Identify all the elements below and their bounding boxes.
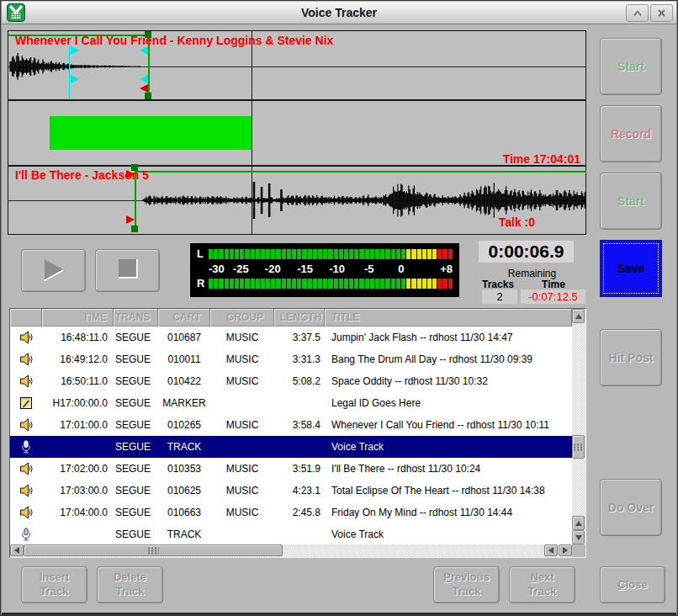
delete-track-button[interactable]: Delete Track xyxy=(97,566,163,603)
scroll-up-button2[interactable] xyxy=(572,516,585,530)
meter-right-label: R xyxy=(197,278,209,289)
meter-scale-label: -25 xyxy=(233,263,249,275)
meter-scale-label: -30 xyxy=(209,263,225,275)
scroll-left-button2[interactable] xyxy=(544,544,558,556)
meter-segment xyxy=(437,249,442,259)
stop-button[interactable] xyxy=(95,249,160,292)
scroll-right-button[interactable] xyxy=(559,544,572,556)
log-header-cart[interactable]: CART xyxy=(158,309,210,327)
play-button[interactable] xyxy=(21,249,86,292)
fade-marker-arrow[interactable] xyxy=(140,75,148,83)
voice-track-block[interactable] xyxy=(50,116,252,150)
log-header-group[interactable]: GROUP xyxy=(210,309,274,327)
meter-segment xyxy=(359,249,363,259)
start-track3-button[interactable]: Start xyxy=(600,173,662,230)
cell-length: 4:23.1 xyxy=(274,485,325,497)
log-row[interactable]: 17:01:00.0SEGUE010265MUSIC3:58.4Whenever… xyxy=(10,414,572,436)
meter-segment xyxy=(432,279,437,289)
cell-time: 17:02:00.0 xyxy=(42,463,114,475)
cell-cart: 010625 xyxy=(158,485,210,497)
meter-segment xyxy=(432,249,437,259)
meter-segment xyxy=(240,279,244,289)
meter-segment xyxy=(401,279,405,289)
scroll-down-button[interactable] xyxy=(572,530,585,544)
horizontal-scroll-thumb[interactable] xyxy=(24,544,283,556)
log-header-icon-col[interactable] xyxy=(10,309,42,327)
log-row[interactable]: 16:48:11.0SEGUE010687MUSIC3:37.5Jumpin' … xyxy=(10,327,572,348)
cell-length: 5:08.2 xyxy=(274,375,325,387)
meter-bar-right xyxy=(209,279,453,289)
meter-segment xyxy=(219,249,223,259)
meter-segment xyxy=(292,279,296,289)
insert-track-button[interactable]: Insert Track xyxy=(21,566,87,603)
audio-level-meter: L -30-25-20-15-10-50+8 R xyxy=(190,243,459,297)
log-header-title[interactable]: TITLE xyxy=(325,309,572,327)
meter-scale-label: 0 xyxy=(398,263,404,275)
cell-group: MUSIC xyxy=(210,419,274,431)
log-row[interactable]: 17:02:00.0SEGUE010353MUSIC3:51.9I'll Be … xyxy=(10,458,572,480)
hit-post-button[interactable]: Hit Post xyxy=(600,329,662,386)
cell-title: Total Eclipse Of The Heart -- rdhost 11/… xyxy=(325,485,572,497)
waveform-display[interactable]: Whenever I Call You Friend - Kenny Loggi… xyxy=(8,30,586,235)
meter-segment xyxy=(448,279,453,289)
speaker-icon xyxy=(10,506,42,519)
voice-tracker-window: Voice Tracker Whenever I Call You Friend… xyxy=(0,0,678,616)
meter-segment xyxy=(256,249,260,259)
meter-segment xyxy=(442,249,447,259)
close-button[interactable]: Close xyxy=(600,566,665,603)
meter-segment xyxy=(359,279,363,289)
vertical-scroll-thumb[interactable] xyxy=(572,435,585,459)
record-button[interactable]: Record xyxy=(600,105,662,162)
track3-marker-handle-bottom[interactable] xyxy=(131,226,138,232)
time-label: Time 17:04:01 xyxy=(370,152,580,166)
log-row[interactable]: 16:49:12.0SEGUE010011MUSIC3:31.3Bang The… xyxy=(10,348,572,370)
log-row[interactable]: 17:04:00.0SEGUE010663MUSIC2:45.8Friday O… xyxy=(10,502,572,523)
meter-segment xyxy=(282,249,286,259)
meter-segment xyxy=(422,249,426,259)
scroll-up-button[interactable] xyxy=(572,309,585,323)
horizontal-scrollbar[interactable] xyxy=(10,544,572,557)
log-header[interactable]: TIMETRANSCARTGROUPLENGTHTITLE xyxy=(10,309,572,327)
track3-start-arrow[interactable] xyxy=(126,215,135,224)
meter-segment xyxy=(339,249,343,259)
fade-marker-arrow[interactable] xyxy=(140,46,148,55)
shade-window-button[interactable] xyxy=(626,4,649,22)
log-row[interactable]: H17:00:00.0SEGUEMARKERLegal ID Goes Here xyxy=(10,392,572,414)
fade-marker-arrow[interactable] xyxy=(71,46,79,55)
meter-segment xyxy=(313,249,317,259)
meter-segment xyxy=(240,249,244,259)
meter-segment xyxy=(344,279,348,289)
meter-segment xyxy=(209,249,213,259)
start-track1-button[interactable]: Start xyxy=(600,38,662,95)
cell-cart: 010687 xyxy=(158,332,210,343)
cell-group: MUSIC xyxy=(210,332,274,343)
log-header-time[interactable]: TIME xyxy=(42,309,114,327)
do-over-button[interactable]: Do Over xyxy=(600,479,662,536)
track1-fadedown-marker-line[interactable] xyxy=(69,45,70,98)
track1-end-arrow[interactable] xyxy=(140,84,148,93)
previous-track-button[interactable]: Previous Track xyxy=(433,566,500,603)
fade-marker-arrow[interactable] xyxy=(71,75,79,83)
meter-segment xyxy=(406,279,411,289)
cell-title: Friday On My Mind -- rdhost 11/30 14:44 xyxy=(325,507,572,518)
scrollbar-corner xyxy=(572,544,585,557)
log-header-trans[interactable]: TRANS xyxy=(114,309,158,327)
vertical-scrollbar[interactable] xyxy=(572,309,585,544)
log-header-length[interactable]: LENGTH xyxy=(274,309,325,327)
cell-time: 16:50:11.0 xyxy=(42,375,114,387)
next-track-button[interactable]: Next Track xyxy=(509,566,575,603)
meter-segment xyxy=(396,249,400,259)
save-button[interactable]: Save xyxy=(600,240,662,297)
log-row[interactable]: SEGUETRACKVoice Track xyxy=(10,523,572,544)
log-row[interactable]: 17:03:00.0SEGUE010625MUSIC4:23.1Total Ec… xyxy=(10,480,572,502)
close-window-button[interactable] xyxy=(650,4,673,22)
log-row[interactable]: SEGUETRACKVoice Track xyxy=(10,436,572,458)
log-row[interactable]: 16:50:11.0SEGUE010422MUSIC5:08.2Space Od… xyxy=(10,370,572,392)
meter-segment xyxy=(287,249,291,259)
meter-segment xyxy=(365,279,369,289)
scroll-left-button[interactable] xyxy=(10,544,24,556)
cell-time: 16:49:12.0 xyxy=(42,353,114,365)
cell-title: Voice Track xyxy=(325,441,572,453)
track1-marker-handle-bottom[interactable] xyxy=(145,93,151,99)
cell-trans: SEGUE xyxy=(114,441,158,453)
